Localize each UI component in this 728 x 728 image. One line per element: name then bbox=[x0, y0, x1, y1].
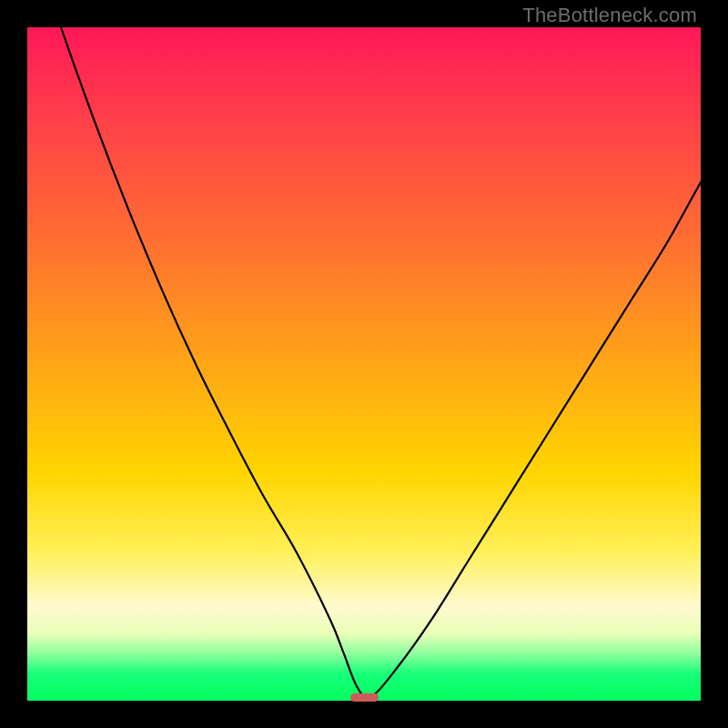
bottleneck-curve bbox=[27, 27, 701, 701]
chart-frame: TheBottleneck.com bbox=[0, 0, 728, 728]
plot-area bbox=[27, 27, 701, 701]
curve-path bbox=[27, 27, 701, 698]
optimal-marker bbox=[350, 693, 379, 702]
watermark-text: TheBottleneck.com bbox=[522, 4, 697, 27]
